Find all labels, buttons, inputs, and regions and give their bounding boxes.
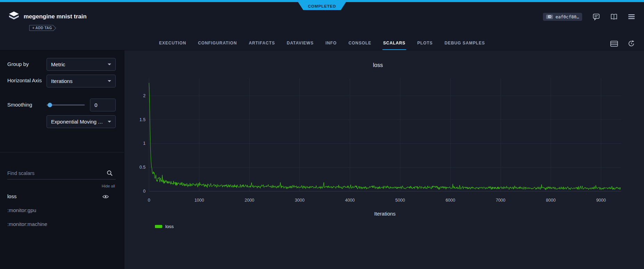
svg-text:1: 1 [143, 141, 146, 146]
menu-button[interactable] [628, 14, 635, 19]
metric-label: :monitor:gpu [7, 207, 36, 213]
svg-text:3000: 3000 [295, 198, 305, 203]
horizontal-axis-label: Horizontal Axis [7, 77, 42, 84]
scalar-search [7, 167, 116, 179]
search-input[interactable] [7, 167, 105, 179]
scalar-list-item-loss[interactable]: loss [0, 189, 124, 203]
smoothing-label: Smoothing [7, 101, 32, 108]
svg-text:1000: 1000 [195, 198, 204, 203]
chart-title: loss [124, 62, 631, 68]
smoothing-slider-thumb[interactable] [48, 103, 52, 107]
svg-text:0: 0 [143, 189, 146, 194]
svg-text:8000: 8000 [546, 198, 556, 203]
tab-artifacts[interactable]: ARTIFACTS [243, 36, 281, 50]
comment-icon [593, 13, 600, 20]
svg-text:6000: 6000 [446, 198, 455, 203]
group-by-value: Metric [51, 61, 65, 67]
svg-text:9000: 9000 [596, 198, 606, 203]
smoothing-slider-track[interactable] [47, 104, 85, 106]
legend-label-loss: loss [165, 224, 174, 229]
status-color-strip [0, 0, 644, 2]
scalars-panel: loss 00.511.5201000200030004000500060007… [124, 50, 644, 269]
tab-plots[interactable]: PLOTS [411, 36, 439, 50]
sidebar-divider [0, 152, 124, 153]
smoothing-slider[interactable] [47, 101, 85, 108]
table-view-icon [610, 41, 618, 47]
horizontal-axis-select[interactable]: Iterations [47, 75, 116, 87]
auto-refresh-button[interactable] [628, 40, 635, 47]
svg-text:4000: 4000 [345, 198, 355, 203]
svg-text:2000: 2000 [245, 198, 254, 203]
tab-dataviews[interactable]: DATAVIEWS [281, 36, 320, 50]
smoothing-type-value: Exponential Moving Av… [51, 119, 105, 125]
chart-legend[interactable]: loss [155, 224, 174, 229]
visibility-eye-icon[interactable] [102, 194, 109, 199]
tab-bar-tabs: EXECUTIONCONFIGURATIONARTIFACTSDATAVIEWS… [0, 36, 644, 50]
refresh-clock-icon [628, 40, 635, 47]
tab-scalars[interactable]: SCALARS [377, 36, 411, 50]
loss-line-chart[interactable]: 00.511.520100020003000400050006000700080… [124, 71, 631, 210]
search-icon[interactable] [107, 170, 113, 176]
experiment-title: megengine mnist train [24, 13, 86, 20]
metric-label: :monitor:machine [7, 221, 47, 227]
tab-configuration[interactable]: CONFIGURATION [192, 36, 243, 50]
hide-all-link[interactable]: Hide all [102, 184, 115, 188]
tab-info[interactable]: INFO [320, 36, 342, 50]
id-value: eaf0cf80… [555, 14, 579, 19]
add-tag-button[interactable]: + ADD TAG [29, 25, 53, 31]
book-icon [610, 14, 618, 20]
scalars-sidebar: Group by Metric Horizontal Axis Iteratio… [0, 50, 124, 269]
chevron-down-icon [108, 80, 111, 82]
svg-text:1.5: 1.5 [140, 117, 146, 122]
smoothing-type-select[interactable]: Exponential Moving Av… [47, 115, 116, 128]
metrics-table-button[interactable] [610, 40, 618, 47]
svg-text:7000: 7000 [496, 198, 505, 203]
metric-label: loss [7, 193, 17, 199]
scalar-list-item-monitor-machine[interactable]: :monitor:machine [0, 217, 124, 231]
hamburger-menu-icon [628, 14, 635, 19]
status-badge-label: COMPLETED [308, 4, 336, 8]
chart-x-axis-label: Iterations [124, 211, 644, 217]
group-by-label: Group by [7, 61, 29, 68]
experiment-detail-page: COMPLETED megengine mnist train + ADD TA… [0, 0, 644, 269]
group-by-select[interactable]: Metric [47, 58, 116, 71]
tab-debug-samples[interactable]: DEBUG SAMPLES [439, 36, 491, 50]
tabbar-actions [610, 40, 635, 47]
scalar-list: loss:monitor:gpu:monitor:machine [0, 189, 124, 231]
id-chip: ID [546, 15, 553, 19]
chevron-down-icon [108, 64, 111, 65]
smoothing-value-input[interactable] [90, 99, 116, 111]
chevron-down-icon [108, 121, 111, 123]
app-logo-icon[interactable] [8, 11, 19, 22]
status-badge: COMPLETED [298, 2, 346, 10]
svg-text:5000: 5000 [395, 198, 405, 203]
comments-button[interactable] [593, 13, 600, 20]
legend-swatch-loss [155, 225, 162, 228]
tab-console[interactable]: CONSOLE [342, 36, 377, 50]
svg-text:0.5: 0.5 [140, 165, 146, 170]
horizontal-axis-value: Iterations [51, 78, 73, 84]
docs-button[interactable] [610, 14, 618, 20]
tab-execution[interactable]: EXECUTION [153, 36, 192, 50]
svg-text:2: 2 [143, 93, 146, 98]
scalar-list-item-monitor-gpu[interactable]: :monitor:gpu [0, 203, 124, 217]
header-actions: ID eaf0cf80… [543, 12, 635, 21]
svg-text:0: 0 [148, 198, 150, 203]
experiment-id-badge[interactable]: ID eaf0cf80… [543, 13, 582, 21]
